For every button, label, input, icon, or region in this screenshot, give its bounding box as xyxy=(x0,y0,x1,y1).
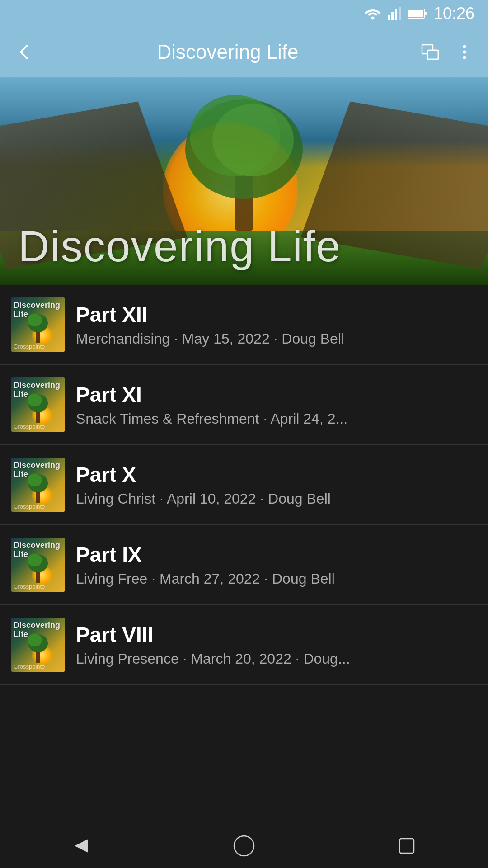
list-item[interactable]: DiscoveringLife Crosspointe Part XII Mer… xyxy=(0,285,488,365)
nav-back-button[interactable] xyxy=(63,828,99,864)
thumb-label-xi: DiscoveringLife xyxy=(14,381,60,399)
item-subtitle-x: Living Christ · April 10, 2022 · Doug Be… xyxy=(76,491,477,507)
item-content-viii: Part VIII Living Presence · March 20, 20… xyxy=(76,623,477,667)
svg-rect-7 xyxy=(425,12,427,15)
item-subtitle-ix: Living Free · March 27, 2022 · Doug Bell xyxy=(76,571,477,587)
svg-point-13 xyxy=(463,56,466,59)
svg-point-34 xyxy=(234,836,254,856)
nav-home-button[interactable] xyxy=(226,828,262,864)
chat-icon[interactable] xyxy=(418,39,443,65)
svg-marker-33 xyxy=(75,839,88,853)
item-content-xi: Part XI Snack Times & Refreshment · Apri… xyxy=(76,382,477,427)
svg-rect-1 xyxy=(388,15,390,20)
signal-icon xyxy=(388,7,401,20)
item-subtitle-viii: Living Presence · March 20, 2022 · Doug.… xyxy=(76,651,477,667)
item-content-x: Part X Living Christ · April 10, 2022 · … xyxy=(76,462,477,507)
thumb-label-x: DiscoveringLife xyxy=(14,461,60,479)
thumb-sub-x: Crosspointe xyxy=(14,503,45,510)
app-bar-actions xyxy=(418,39,477,65)
hero-title: Discovering Life xyxy=(18,222,341,271)
svg-rect-2 xyxy=(391,12,394,20)
thumb-label-viii: DiscoveringLife xyxy=(14,621,60,639)
thumb-label-ix: DiscoveringLife xyxy=(14,541,60,559)
thumbnail-part-xi: DiscoveringLife Crosspointe xyxy=(11,377,65,432)
item-title-ix: Part IX xyxy=(76,542,477,567)
item-content-ix: Part IX Living Free · March 27, 2022 · D… xyxy=(76,542,477,587)
list-item[interactable]: DiscoveringLife Crosspointe Part VIII Li… xyxy=(0,605,488,685)
hero-banner: Discovering Life xyxy=(0,77,488,285)
battery-icon xyxy=(408,8,427,19)
app-bar-title: Discovering Life xyxy=(47,41,408,63)
svg-point-0 xyxy=(371,17,374,20)
svg-point-17 xyxy=(212,104,294,176)
thumb-label-xii: DiscoveringLife xyxy=(14,301,60,319)
thumbnail-part-xii: DiscoveringLife Crosspointe xyxy=(11,297,65,352)
item-title-viii: Part VIII xyxy=(76,623,477,647)
thumb-sub-viii: Crosspointe xyxy=(14,663,45,670)
app-bar: Discovering Life xyxy=(0,27,488,77)
list-item[interactable]: DiscoveringLife Crosspointe Part XI Snac… xyxy=(0,365,488,445)
svg-rect-4 xyxy=(399,7,401,20)
nav-recents-button[interactable] xyxy=(389,828,425,864)
bottom-nav xyxy=(0,823,488,868)
thumbnail-part-viii: DiscoveringLife Crosspointe xyxy=(11,618,65,672)
status-bar: 10:26 xyxy=(0,0,488,27)
back-button[interactable] xyxy=(11,38,38,66)
status-icons: 10:26 xyxy=(364,4,474,23)
svg-point-12 xyxy=(463,51,466,54)
status-time: 10:26 xyxy=(434,4,474,23)
item-subtitle-xi: Snack Times & Refreshment · April 24, 2.… xyxy=(76,410,477,427)
svg-rect-35 xyxy=(399,839,414,853)
item-title-xi: Part XI xyxy=(76,382,477,407)
item-subtitle-xii: Merchandising · May 15, 2022 · Doug Bell xyxy=(76,330,477,347)
svg-point-11 xyxy=(463,45,466,48)
thumb-sub-xi: Crosspointe xyxy=(14,423,45,430)
thumbnail-part-ix: DiscoveringLife Crosspointe xyxy=(11,538,65,592)
item-title-xii: Part XII xyxy=(76,302,477,327)
list-item[interactable]: DiscoveringLife Crosspointe Part IX Livi… xyxy=(0,525,488,605)
thumb-sub-xii: Crosspointe xyxy=(14,343,45,350)
wifi-icon xyxy=(364,7,381,20)
thumb-sub-ix: Crosspointe xyxy=(14,583,45,590)
series-list: DiscoveringLife Crosspointe Part XII Mer… xyxy=(0,285,488,685)
more-options-icon[interactable] xyxy=(452,39,477,65)
svg-rect-6 xyxy=(408,10,423,17)
svg-rect-3 xyxy=(395,9,397,20)
list-item[interactable]: DiscoveringLife Crosspointe Part X Livin… xyxy=(0,445,488,525)
thumbnail-part-x: DiscoveringLife Crosspointe xyxy=(11,458,65,512)
svg-rect-9 xyxy=(427,50,438,59)
item-title-x: Part X xyxy=(76,462,477,487)
item-content-xii: Part XII Merchandising · May 15, 2022 · … xyxy=(76,302,477,347)
